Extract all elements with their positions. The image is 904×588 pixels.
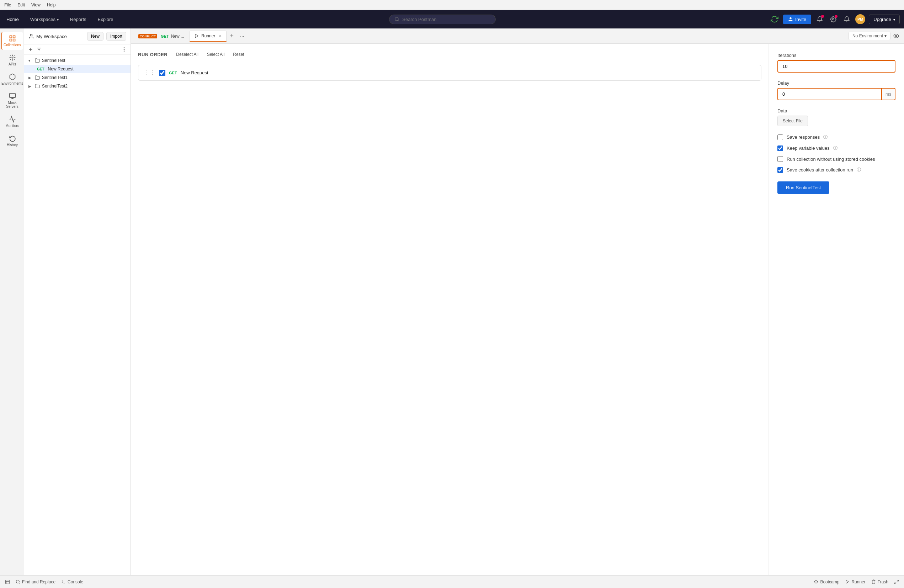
folder-icon-1 [35,75,40,80]
history-icon [9,135,16,142]
tab-add-button[interactable]: + [227,31,237,41]
invite-icon [788,17,793,22]
run-order-header: RUN ORDER Deselect All Select All Reset [138,51,762,58]
svg-marker-20 [195,34,198,38]
menu-help[interactable]: Help [47,3,56,8]
request-checkbox-0[interactable] [159,70,165,76]
collection-sentinel-test2[interactable]: ▶ SentinelTest2 [24,82,131,90]
menu-file[interactable]: File [4,3,11,8]
sidebar-item-apis[interactable]: APIs [2,51,23,69]
panel-header-actions: New Import [87,32,126,41]
trash-btn[interactable]: Trash [871,580,888,585]
upgrade-button[interactable]: Upgrade [869,14,900,24]
invite-button[interactable]: Invite [783,14,811,24]
tab-conflict[interactable]: CONFLICT GET New ... [134,31,189,41]
delay-input[interactable] [778,88,882,100]
import-button[interactable]: Import [106,32,126,41]
add-collection-icon[interactable] [28,47,33,52]
collection-sentinel-test1[interactable]: ▶ SentinelTest1 [24,73,131,82]
nav-reports[interactable]: Reports [68,15,89,24]
iterations-label: Iterations [778,53,896,58]
nav-home[interactable]: Home [4,15,21,24]
run-order-actions: Deselect All Select All Reset [175,51,245,58]
svg-point-21 [896,35,897,36]
panel-toolbar [24,44,131,55]
sentinel-test1-arrow: ▶ [28,76,33,80]
run-without-cookies-checkbox[interactable] [778,156,783,162]
menu-edit[interactable]: Edit [17,3,25,8]
expand-icon-btn[interactable] [894,580,899,585]
svg-line-1 [398,20,399,21]
tab-more-button[interactable]: ··· [237,32,247,40]
svg-point-2 [833,19,834,20]
run-order-section: RUN ORDER Deselect All Select All Reset … [131,44,769,575]
search-bar[interactable] [389,14,496,24]
sidebar-item-collections[interactable]: Collections [2,32,23,50]
sidebar-item-environments[interactable]: Environments [2,70,23,88]
request-item-0: ⋮⋮ GET New Request [138,65,762,81]
save-cookies-checkbox[interactable] [778,167,783,173]
console-icon [61,580,66,584]
save-responses-checkbox[interactable] [778,134,783,140]
settings-badge [834,15,838,18]
layout-icon-btn[interactable] [5,580,10,585]
environment-current: No Environment [852,33,883,38]
settings-icon-btn[interactable] [828,14,838,24]
filter-icon[interactable] [36,47,42,52]
select-file-button[interactable]: Select File [778,115,808,126]
sidebar-item-mock-servers[interactable]: Mock Servers [2,90,23,111]
drag-handle[interactable]: ⋮⋮ [144,70,155,76]
save-cookies-info[interactable]: ⓘ [857,167,861,173]
console-btn[interactable]: Console [61,580,83,585]
bootcamp-icon [814,580,818,584]
svg-rect-4 [13,36,15,38]
svg-point-11 [30,34,32,36]
checkbox-keep-variable-values: Keep variable values ⓘ [778,145,896,151]
environment-selector[interactable]: No Environment ▾ [849,32,890,40]
run-sentinel-test-button[interactable]: Run SentinelTest [778,182,829,194]
sync-icon-btn[interactable] [770,14,779,24]
nav-workspaces[interactable]: Workspaces [28,15,61,24]
new-button[interactable]: New [87,32,103,41]
env-eye-icon[interactable] [891,31,901,41]
notifications-icon-btn[interactable] [815,14,825,24]
svg-marker-28 [846,580,849,584]
sidebar-item-monitors[interactable]: Monitors [2,113,23,131]
tab-conflict-name: New ... [171,34,184,39]
find-replace-btn[interactable]: Find and Replace [16,580,55,585]
delay-input-wrap [778,88,882,100]
deselect-all-button[interactable]: Deselect All [175,51,200,58]
keep-variable-values-checkbox[interactable] [778,145,783,151]
reset-button[interactable]: Reset [232,51,245,58]
delay-label: Delay [778,81,896,86]
avatar[interactable]: PM [855,14,865,24]
bottom-bar: Find and Replace Console Bootcamp Runner… [0,575,904,588]
svg-point-17 [124,47,124,48]
save-responses-info[interactable]: ⓘ [823,134,828,140]
bootcamp-btn[interactable]: Bootcamp [814,580,839,585]
collections-icon [9,35,16,42]
nav-center [123,14,762,24]
sidebar-item-history[interactable]: History [2,132,23,150]
iterations-input[interactable] [778,60,896,73]
workspace-name: My Workspace [28,33,67,39]
search-input[interactable] [402,17,473,22]
runner-bottom-btn[interactable]: Runner [845,580,865,585]
bottom-left: Find and Replace Console [5,580,83,585]
main-area: Collections APIs Environments Mock Serve… [0,28,904,575]
nav-explore[interactable]: Explore [96,15,115,24]
more-options-icon[interactable] [121,47,127,52]
keep-variable-info[interactable]: ⓘ [833,145,838,151]
sentinel-test2-arrow: ▶ [28,84,33,88]
tab-bar: CONFLICT GET New ... Runner × + ··· No E… [131,28,904,44]
tab-runner[interactable]: Runner × [190,31,226,42]
tab-runner-close[interactable]: × [219,33,221,39]
collection-sentinel-test[interactable]: ▾ SentinelTest [24,56,131,65]
bell2-icon-btn[interactable] [842,14,852,24]
request-new-request[interactable]: GET New Request [24,65,131,73]
conflict-badge: CONFLICT [138,34,157,38]
delay-suffix: ms [882,88,896,100]
select-all-button[interactable]: Select All [205,51,226,58]
menu-view[interactable]: View [31,3,41,8]
checkbox-run-without-cookies: Run collection without using stored cook… [778,156,896,162]
